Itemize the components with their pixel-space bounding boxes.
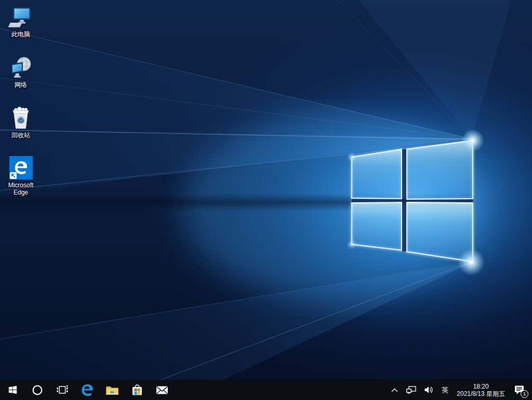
network-status-button[interactable] — [402, 380, 420, 400]
tray-time: 18:20 — [473, 383, 489, 390]
speaker-volume-icon — [424, 386, 433, 394]
cortana-search-button[interactable] — [25, 380, 50, 400]
windows-logo-icon — [8, 385, 17, 394]
wallpaper-windows-hero — [0, 0, 532, 380]
mail-envelope-icon — [156, 385, 168, 395]
desktop-icon-microsoft-edge[interactable]: Microsoft Edge — [1, 155, 41, 196]
file-explorer-button[interactable] — [100, 380, 125, 400]
clock-button[interactable]: 18:20 2021/8/13 星期五 — [453, 380, 509, 400]
system-tray: 英 18:20 2021/8/13 星期五 1 — [387, 380, 532, 400]
notification-count-badge: 1 — [521, 390, 528, 398]
desktop-icon-this-pc[interactable]: 此电脑 — [1, 4, 41, 38]
taskbar-app-buttons — [0, 380, 175, 400]
microsoft-store-button[interactable] — [125, 380, 150, 400]
computer-monitor-keyboard-icon — [8, 4, 33, 29]
store-bag-icon — [130, 383, 144, 397]
windows-desktop-screen: 此电脑 网络 — [0, 0, 532, 400]
recycle-bin-icon: ♻ — [8, 105, 33, 130]
volume-button[interactable] — [420, 380, 437, 400]
desktop-icon-label: 此电脑 — [11, 31, 30, 38]
folder-icon — [105, 384, 119, 396]
globe-monitor-icon — [8, 55, 33, 80]
language-indicator-button[interactable]: 英 — [437, 380, 453, 400]
action-center-button[interactable]: 1 — [509, 380, 531, 400]
edge-taskbar-button[interactable] — [75, 380, 100, 400]
tray-date: 2021/8/13 星期五 — [457, 390, 505, 397]
show-hidden-icons-button[interactable] — [387, 380, 402, 400]
task-view-icon — [57, 385, 68, 395]
edge-e-icon — [80, 383, 95, 397]
svg-text:♻: ♻ — [17, 115, 24, 125]
mail-button[interactable] — [150, 380, 175, 400]
start-button[interactable] — [0, 380, 25, 400]
ethernet-network-icon — [406, 386, 416, 394]
desktop-icon-label: 回收站 — [11, 132, 30, 139]
desktop-icon-network[interactable]: 网络 — [1, 55, 41, 88]
taskbar: 英 18:20 2021/8/13 星期五 1 — [0, 380, 532, 400]
shortcut-arrow-icon — [10, 172, 17, 179]
edge-e-icon — [9, 156, 33, 179]
desktop-icon-label-line2: Edge — [8, 189, 34, 196]
desktop-icon-recycle-bin[interactable]: ♻ 回收站 — [1, 105, 41, 139]
desktop-icon-label-line1: Microsoft — [8, 182, 34, 189]
cortana-ring-icon — [32, 384, 43, 396]
task-view-button[interactable] — [50, 380, 75, 400]
chevron-up-icon — [391, 388, 398, 392]
desktop-icon-label: 网络 — [15, 81, 27, 88]
